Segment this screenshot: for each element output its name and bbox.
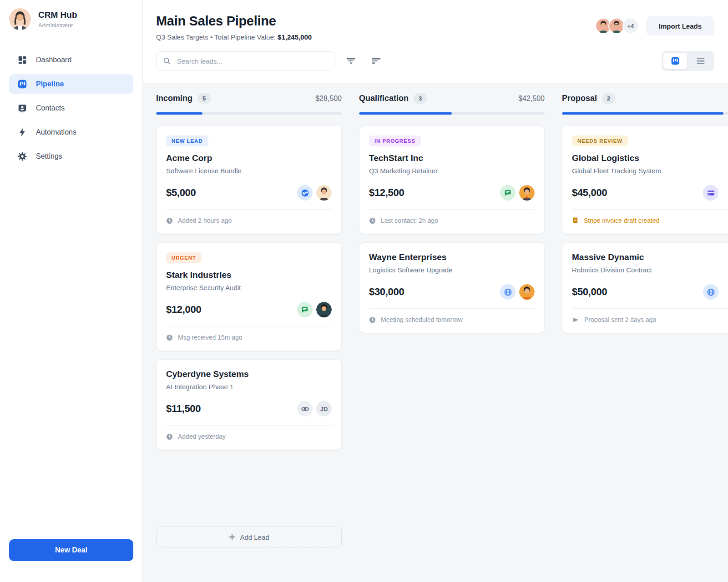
company-name: Global Logistics	[572, 153, 728, 163]
globe-icon	[297, 185, 313, 201]
deal-name: Global Fleet Tracking System	[572, 167, 728, 175]
company-name: Cyberdyne Systems	[166, 369, 332, 379]
globe-icon	[500, 284, 516, 300]
send-icon	[572, 316, 579, 323]
column-count-badge: 2	[602, 93, 615, 104]
column-title: Qualification	[359, 94, 409, 103]
lead-card-cyberdyne-systems[interactable]: Cyberdyne Systems AI Integration Phase 1…	[156, 359, 342, 450]
card-footer: Msg received 15m ago	[166, 326, 332, 341]
column-count-badge: 5	[197, 93, 211, 104]
sort-button[interactable]	[367, 52, 385, 70]
footer-text: Msg received 15m ago	[178, 334, 243, 341]
deal-name: Logistics Software Upgrade	[369, 266, 535, 274]
deal-name: Enterprise Security Audit	[166, 284, 332, 291]
column-progress	[359, 112, 545, 115]
deal-value: $12,500	[369, 187, 404, 199]
status-badge: IN PROGRESS	[369, 135, 421, 146]
new-deal-button[interactable]: New Deal	[9, 539, 133, 561]
pipeline-board: Incoming 5 $28,500 NEW LEAD Acme Corp So…	[143, 83, 728, 582]
column-progress	[562, 112, 728, 115]
lead-card-stark-industries[interactable]: URGENT Stark Industries Enterprise Secur…	[156, 242, 342, 351]
deal-name: AI Integration Phase 1	[166, 383, 332, 391]
footer-text: Last contact: 2h ago	[381, 217, 438, 224]
import-leads-button[interactable]: Import Leads	[646, 16, 714, 35]
search-box[interactable]	[156, 51, 334, 70]
add-lead-button[interactable]: Add Lead	[156, 527, 342, 547]
lead-card-techstart-inc[interactable]: IN PROGRESS TechStart Inc Q3 Marketing R…	[359, 125, 545, 234]
company-name: Acme Corp	[166, 153, 332, 163]
clock-icon	[166, 334, 173, 341]
sidebar-item-dashboard[interactable]: Dashboard	[9, 50, 133, 70]
kanban-view-button[interactable]	[663, 53, 687, 69]
page-header: Main Sales Pipeline Q3 Sales Targets • T…	[143, 0, 728, 83]
card-footer: Added yesterday	[166, 425, 332, 440]
deal-name: Q3 Marketing Retainer	[369, 167, 535, 175]
link-icon	[297, 401, 313, 416]
lead-card-acme-corp[interactable]: NEW LEAD Acme Corp Software License Bund…	[156, 125, 342, 234]
sidebar-item-label: Settings	[36, 152, 62, 161]
card-footer: Stripe invoice draft created	[572, 209, 728, 224]
sidebar-item-label: Dashboard	[36, 56, 71, 64]
clock-icon	[166, 433, 173, 440]
lead-card-massive-dynamic[interactable]: Massive Dynamic Robotics Division Contra…	[562, 242, 728, 333]
sidebar-nav: Dashboard Pipeline	[9, 50, 133, 166]
filter-button[interactable]	[342, 52, 360, 70]
footer-text: Proposal sent 2 days ago	[584, 316, 656, 323]
workspace-role: Administrator	[38, 22, 77, 29]
sidebar-item-settings[interactable]: Settings	[9, 146, 133, 166]
deal-value: $50,000	[572, 286, 607, 298]
clock-icon	[369, 217, 376, 224]
payment-card-icon	[703, 185, 718, 201]
column-total: $28,500	[315, 95, 342, 103]
status-badge: URGENT	[166, 252, 202, 263]
chat-icon	[500, 185, 516, 201]
column-qualification: Qualification 3 $42,500 IN PROGRESS Tech…	[359, 93, 545, 582]
deal-value: $5,000	[166, 187, 196, 199]
list-view-button[interactable]	[689, 53, 713, 69]
receipt-icon	[572, 217, 579, 224]
footer-text: Added yesterday	[178, 433, 226, 440]
deal-value: $45,000	[572, 187, 607, 199]
search-input[interactable]	[176, 57, 328, 65]
sidebar: CRM Hub Administrator Dashboard	[0, 0, 143, 582]
deal-name: Robotics Division Contract	[572, 266, 728, 274]
view-toggle	[662, 51, 714, 71]
page-title: Main Sales Pipeline	[156, 14, 312, 29]
sidebar-item-pipeline[interactable]: Pipeline	[9, 74, 133, 94]
owner-initials-avatar: JD	[316, 401, 332, 416]
deal-value: $11,500	[166, 403, 201, 415]
team-avatar-stack[interactable]: +4	[595, 18, 639, 34]
lead-card-global-logistics[interactable]: NEEDS REVIEW Global Logistics Global Fle…	[562, 125, 728, 234]
sort-icon	[371, 56, 381, 66]
owner-avatar	[519, 284, 535, 300]
sidebar-item-automations[interactable]: Automations	[9, 122, 133, 142]
status-badge: NEW LEAD	[166, 135, 208, 146]
sidebar-item-contacts[interactable]: Contacts	[9, 98, 133, 118]
plus-icon	[228, 533, 236, 541]
column-proposal: Proposal 2 NEEDS REVIEW Global Logistics…	[562, 93, 728, 582]
deal-value: $30,000	[369, 286, 404, 298]
sidebar-item-label: Automations	[36, 128, 76, 136]
avatar-overflow-badge: +4	[622, 18, 639, 34]
contacts-icon	[17, 103, 27, 113]
clock-icon	[369, 316, 376, 323]
company-name: Wayne Enterprises	[369, 252, 535, 262]
globe-icon	[703, 284, 718, 300]
status-badge: NEEDS REVIEW	[572, 135, 628, 146]
column-title: Proposal	[562, 94, 597, 103]
column-incoming: Incoming 5 $28,500 NEW LEAD Acme Corp So…	[156, 93, 342, 582]
dashboard-icon	[17, 55, 27, 65]
kanban-view-icon	[671, 56, 680, 65]
sidebar-item-label: Pipeline	[36, 80, 64, 88]
column-count-badge: 3	[414, 93, 427, 104]
clipped-owner-avatar	[722, 185, 728, 201]
company-name: Massive Dynamic	[572, 252, 728, 262]
owner-avatar	[519, 185, 535, 201]
list-view-icon	[696, 56, 706, 66]
filter-icon	[346, 56, 356, 66]
card-footer: Meeting scheduled tomorrow	[369, 308, 535, 323]
column-progress	[156, 112, 342, 115]
kanban-icon	[17, 79, 27, 89]
deal-value: $12,000	[166, 304, 201, 316]
lead-card-wayne-enterprises[interactable]: Wayne Enterprises Logistics Software Upg…	[359, 242, 545, 333]
